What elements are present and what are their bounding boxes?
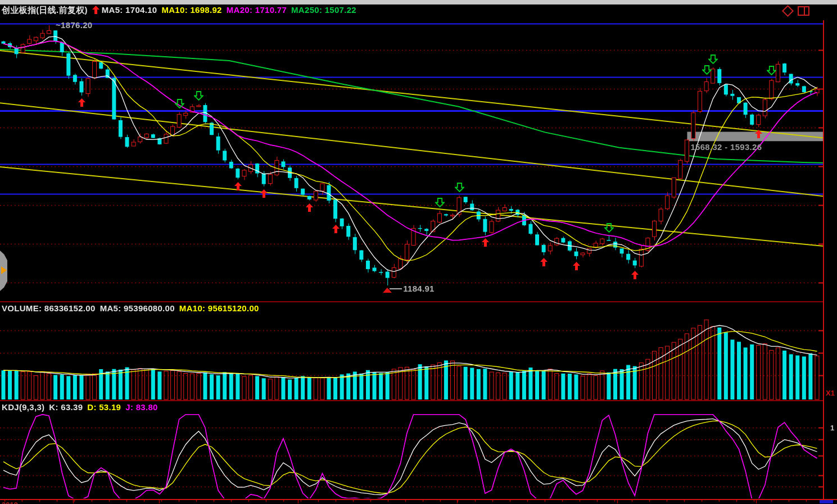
kdj-d-label: D: xyxy=(87,402,96,412)
sell-signal-icon xyxy=(767,66,776,75)
sell-signal-icon xyxy=(194,91,203,101)
low-marker-line xyxy=(390,288,402,289)
window-top-strip xyxy=(0,0,837,4)
ma20-label: MA20: xyxy=(227,5,253,15)
diamond-icon[interactable] xyxy=(782,5,794,17)
ma20-value: 1710.77 xyxy=(255,5,287,15)
gap-band-label: 1568.32 - 1593.26 xyxy=(690,142,762,152)
ma5-label: MA5: xyxy=(102,5,123,15)
vol-ma5-value: 95396080.00 xyxy=(124,303,175,313)
sell-signal-icon xyxy=(708,55,718,64)
stock-chart-window: 创业板指(日线.前复权)MA5: 1704.10MA10: 1698.92MA2… xyxy=(0,0,837,504)
buy-signal-icon xyxy=(755,130,762,138)
buy-signal-icon xyxy=(260,189,268,198)
buy-signal-icon xyxy=(332,225,340,233)
volume-header: VOLUME: 86336152.00MA5: 95396080.00MA10:… xyxy=(2,303,259,313)
chart-canvas[interactable] xyxy=(0,0,837,504)
kdj-k-label: K: xyxy=(49,402,58,412)
vol-ma5-label: MA5: xyxy=(100,303,121,313)
ma5-value: 1704.10 xyxy=(125,5,157,15)
buy-signal-icon xyxy=(306,203,313,212)
main-chart-header: 创业板指(日线.前复权)MA5: 1704.10MA10: 1698.92MA2… xyxy=(2,5,356,16)
sell-signal-icon xyxy=(702,65,712,75)
vol-ma10-label: MA10: xyxy=(179,303,206,313)
buy-signal-icon xyxy=(234,182,242,190)
volume-label: VOLUME: xyxy=(2,303,42,313)
sell-signal-icon xyxy=(455,183,464,192)
sell-signal-icon xyxy=(175,99,184,108)
buy-signal-icon xyxy=(573,262,580,270)
titlebar-tools xyxy=(784,6,809,16)
right-axis-x1-label: X1 xyxy=(826,389,835,397)
kdj-k-value: 63.39 xyxy=(61,402,83,412)
bottom-axis-year-label: 2019 xyxy=(2,501,18,504)
bottom-corner-scroll-fragment xyxy=(820,500,833,503)
kdj-name: KDJ(9,3,3) xyxy=(2,402,44,412)
ma10-value: 1698.92 xyxy=(190,5,221,15)
sell-signal-icon xyxy=(604,223,614,233)
ma250-label: MA250: xyxy=(291,5,322,15)
vol-ma10-value: 95615120.00 xyxy=(208,303,259,313)
ma250-value: 1507.22 xyxy=(325,5,356,15)
ma10-label: MA10: xyxy=(161,5,188,15)
kdj-axis-partial-label: 1 xyxy=(830,424,834,432)
buy-signal-icon xyxy=(631,271,639,279)
volume-value: 86336152.00 xyxy=(44,303,96,313)
symbol-title: 创业板指(日线.前复权) xyxy=(2,5,88,15)
expand-arrow-icon xyxy=(1,266,7,274)
buy-signal-icon xyxy=(78,98,85,107)
split-window-icon[interactable] xyxy=(798,6,809,16)
kdj-d-value: 53.19 xyxy=(99,402,121,412)
low-price-label: 1184.91 xyxy=(403,284,435,293)
buy-signal-icon xyxy=(482,238,489,247)
high-price-label: ~1876.20 xyxy=(56,20,92,30)
kdj-j-value: 83.80 xyxy=(136,402,158,412)
kdj-j-label: J: xyxy=(125,402,133,412)
up-arrow-icon xyxy=(92,6,99,16)
buy-signal-icon xyxy=(540,258,548,266)
sell-signal-icon xyxy=(435,198,445,207)
kdj-header: KDJ(9,3,3)K: 63.39D: 53.19J: 83.80 xyxy=(2,402,158,412)
